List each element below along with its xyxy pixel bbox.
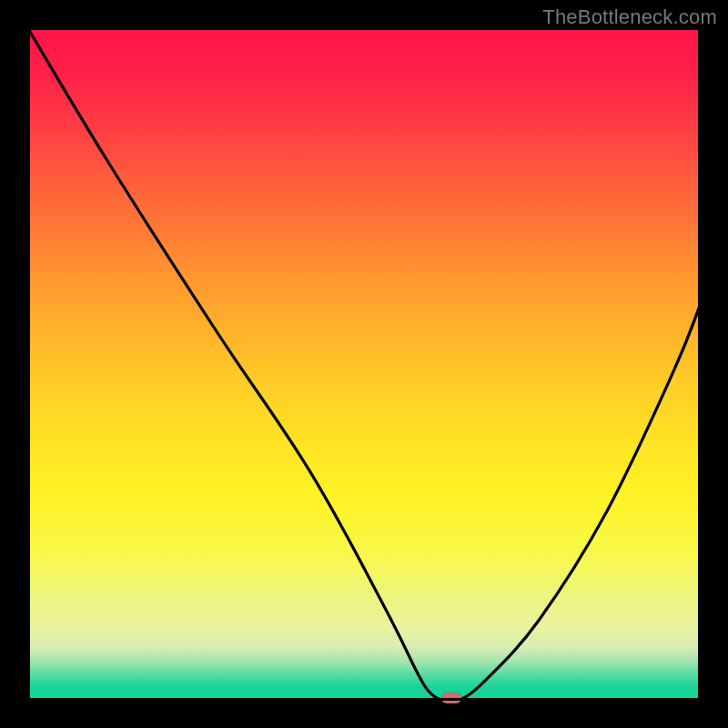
axis-bottom (27, 698, 701, 701)
axis-right (698, 27, 701, 701)
axis-left (27, 27, 30, 701)
root-container: TheBottleneck.com (0, 0, 728, 728)
bottleneck-curve (27, 27, 701, 701)
plot-area (27, 27, 701, 701)
watermark-text: TheBottleneck.com (542, 5, 717, 29)
